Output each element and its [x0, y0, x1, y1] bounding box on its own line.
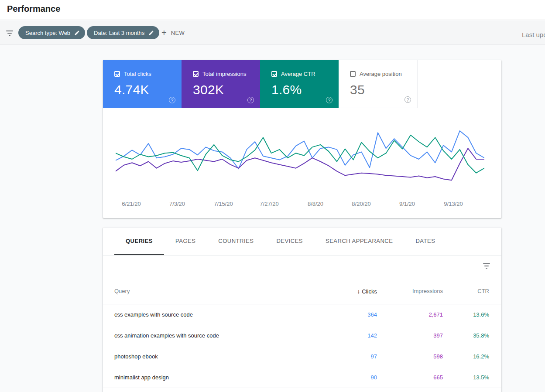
ctr-cell: 35.8% [473, 332, 489, 339]
x-axis-tick: 7/27/20 [252, 201, 287, 207]
total-clicks-value: 4.74K [114, 82, 182, 97]
app-header: Performance [0, 0, 545, 20]
query-cell: css animation examples with source code [114, 332, 219, 339]
edit-pencil-icon [74, 30, 80, 36]
column-header-ctr[interactable]: CTR [477, 288, 489, 294]
tab-countries[interactable]: COUNTRIES [207, 228, 265, 255]
impressions-cell: 665 [433, 374, 443, 381]
table-toolbar [103, 256, 501, 278]
average-ctr-tile[interactable]: Average CTR 1.6% ? [260, 60, 339, 108]
table-row[interactable]: css animation examples with source code … [103, 325, 501, 346]
average-ctr-value: 1.6% [271, 82, 339, 97]
total-impressions-label: Total impressions [202, 71, 246, 77]
x-axis-tick: 8/8/20 [298, 201, 333, 207]
clicks-cell: 364 [367, 311, 377, 318]
ctr-cell: 13.5% [473, 374, 489, 381]
help-icon[interactable]: ? [169, 97, 175, 103]
ctr-cell: 13.6% [473, 311, 489, 318]
help-icon[interactable]: ? [404, 96, 411, 103]
x-axis-tick: 6/21/20 [114, 201, 149, 207]
column-header-clicks-label: Clicks [362, 288, 377, 295]
table-filter-icon[interactable] [483, 263, 490, 269]
average-position-checkbox[interactable] [350, 71, 356, 77]
dimension-tabs: QUERIES PAGES COUNTRIES DEVICES SEARCH A… [103, 228, 501, 256]
date-range-chip[interactable]: Date: Last 3 months [87, 26, 159, 39]
impressions-cell: 598 [433, 353, 443, 360]
ctr-cell: 16.2% [473, 353, 489, 360]
clicks-cell: 97 [371, 353, 377, 360]
average-ctr-label: Average CTR [281, 71, 315, 77]
query-cell: css examples with source code [114, 311, 193, 318]
dimensions-table-card: QUERIES PAGES COUNTRIES DEVICES SEARCH A… [103, 228, 501, 392]
help-icon[interactable]: ? [247, 97, 254, 103]
tab-devices[interactable]: DEVICES [265, 228, 314, 255]
date-range-chip-label: Date: Last 3 months [94, 30, 144, 36]
column-header-impressions[interactable]: Impressions [412, 288, 443, 294]
column-header-clicks[interactable]: ↓ Clicks [357, 288, 377, 295]
impressions-cell: 2,671 [428, 311, 443, 318]
performance-chart [116, 126, 484, 192]
sort-desc-icon: ↓ [357, 288, 360, 295]
new-filter-label: NEW [171, 30, 185, 36]
filter-icon[interactable] [6, 31, 13, 36]
query-cell: minimalist app design [114, 374, 169, 381]
clicks-cell: 142 [367, 332, 377, 339]
search-type-chip[interactable]: Search type: Web [18, 26, 85, 39]
x-axis-tick: 8/20/20 [344, 201, 379, 207]
page-title: Performance [7, 4, 60, 14]
table-header-row: Query ↓ Clicks Impressions CTR [103, 278, 501, 304]
table-row[interactable]: photoshop ebook 97 598 16.2% [103, 346, 501, 367]
x-axis-tick: 7/15/20 [206, 201, 241, 207]
total-clicks-tile[interactable]: Total clicks 4.74K ? [103, 60, 182, 108]
last-updated-text: Last upd [522, 31, 545, 38]
x-axis-tick: 9/1/20 [390, 201, 425, 207]
average-position-tile[interactable]: Average position 35 ? [339, 60, 418, 108]
total-impressions-tile[interactable]: Total impressions 302K ? [182, 60, 260, 108]
total-clicks-checkbox[interactable] [114, 71, 120, 77]
help-icon[interactable]: ? [326, 97, 332, 103]
average-position-label: Average position [360, 71, 402, 77]
performance-summary-card: Total clicks 4.74K ? Total impressions 3… [103, 60, 501, 218]
table-row[interactable]: minimalist app design 90 665 13.5% [103, 367, 501, 388]
total-impressions-checkbox[interactable] [193, 71, 199, 77]
tab-dates[interactable]: DATES [404, 228, 446, 255]
x-axis-tick: 9/13/20 [436, 201, 471, 207]
filter-bar: Search type: Web Date: Last 3 months + N… [0, 20, 545, 45]
total-clicks-label: Total clicks [124, 71, 151, 77]
average-ctr-checkbox[interactable] [271, 71, 277, 77]
new-filter-button[interactable]: + NEW [161, 26, 185, 39]
query-cell: photoshop ebook [114, 353, 158, 360]
clicks-cell: 90 [371, 374, 377, 381]
search-type-chip-label: Search type: Web [25, 30, 70, 36]
plus-icon: + [161, 28, 167, 37]
impressions-cell: 397 [433, 332, 443, 339]
average-position-value: 35 [350, 82, 417, 97]
tab-pages[interactable]: PAGES [164, 228, 207, 255]
edit-pencil-icon [148, 30, 154, 36]
chart-x-axis: 6/21/20 7/3/20 7/15/20 7/27/20 8/8/20 8/… [103, 201, 501, 209]
tab-queries[interactable]: QUERIES [114, 228, 164, 255]
column-header-query[interactable]: Query [114, 288, 130, 294]
x-axis-tick: 7/3/20 [160, 201, 195, 207]
total-impressions-value: 302K [193, 82, 260, 97]
tab-search-appearance[interactable]: SEARCH APPEARANCE [314, 228, 404, 255]
table-row[interactable]: css examples with source code 364 2,671 … [103, 304, 501, 325]
